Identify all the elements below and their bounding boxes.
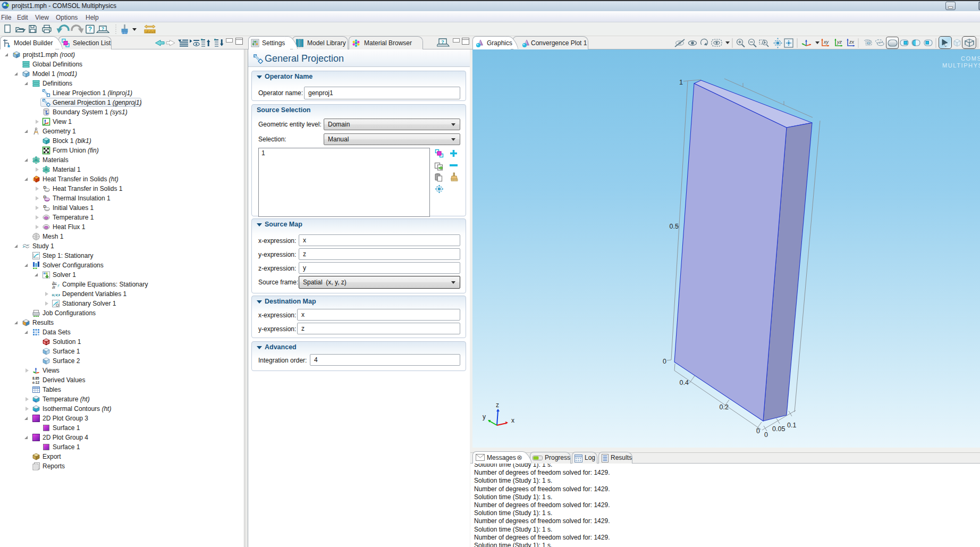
svg-text:z: z <box>496 401 499 409</box>
svg-text:MULTIPHYSICS: MULTIPHYSICS <box>942 62 980 69</box>
svg-text:COMSOL: COMSOL <box>961 55 980 62</box>
svg-text:xy: xy <box>823 39 829 45</box>
svg-text:?: ? <box>441 39 444 45</box>
svg-text:u,v,w: u,v,w <box>52 292 61 297</box>
svg-text:0.5: 0.5 <box>670 223 679 230</box>
svg-text:zx: zx <box>849 39 855 45</box>
svg-text:0.1: 0.1 <box>787 422 796 429</box>
svg-text:yz: yz <box>837 39 842 45</box>
svg-text:0: 0 <box>764 431 768 439</box>
svg-text:e-12: e-12 <box>32 381 39 384</box>
svg-text:0: 0 <box>663 358 666 365</box>
svg-text:0.4: 0.4 <box>680 379 689 386</box>
svg-text:?: ? <box>88 26 92 33</box>
svg-text:1: 1 <box>679 79 683 86</box>
svg-text:y: y <box>483 413 486 420</box>
svg-text:x: x <box>511 417 514 424</box>
svg-text:∂t: ∂t <box>52 285 56 289</box>
svg-text:0: 0 <box>756 427 760 435</box>
svg-text::f: :f <box>57 284 60 288</box>
svg-text:0.05: 0.05 <box>772 425 785 433</box>
svg-text:8.85: 8.85 <box>32 376 39 380</box>
svg-text:0.2: 0.2 <box>720 403 729 411</box>
